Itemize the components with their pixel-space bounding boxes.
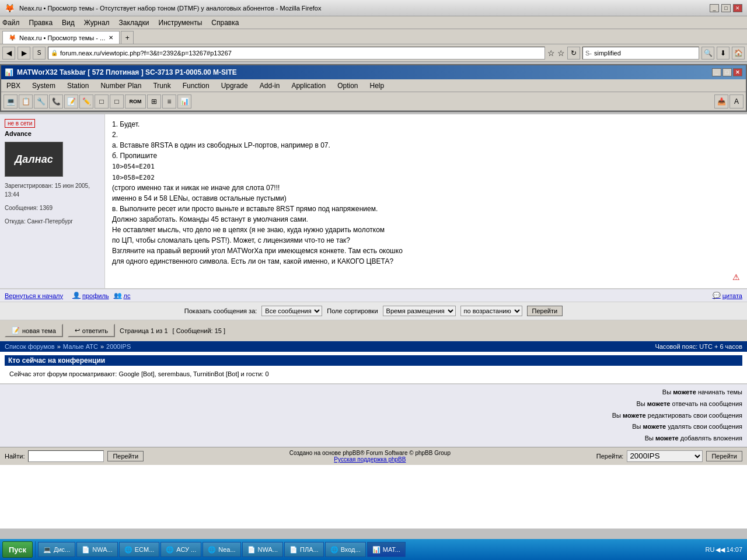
mat-menu-option[interactable]: Option xyxy=(336,81,359,90)
show-label: Показать сообщения за: xyxy=(184,307,257,314)
show-select[interactable]: Все сообщения xyxy=(261,306,322,316)
post-body-content: 1. Будет. 2. а. Вставьте 8RSTA в один из… xyxy=(105,114,747,288)
toolbar-btn-3[interactable]: 🔧 xyxy=(34,94,48,108)
perm-can-5: можете xyxy=(655,435,680,442)
browser-tab-1[interactable]: 🦊 Neax.ru • Просмотр темы - ... ✕ xyxy=(2,31,120,44)
sort-select[interactable]: Время размещения xyxy=(383,306,456,316)
toolbar-btn-1[interactable]: 💻 xyxy=(4,94,18,108)
nea-label: Nea... xyxy=(218,546,235,553)
matworx-window: 📊 MATWorX32 Taskbar [ 572 Плотиная ] SC-… xyxy=(0,64,747,112)
taskbar-item-nea[interactable]: 🌐 Nea... xyxy=(203,542,240,557)
perm-can-4: можете xyxy=(643,423,668,430)
restore-button[interactable]: □ xyxy=(721,4,731,12)
quote-link[interactable]: 💬 цитата xyxy=(713,292,742,299)
toolbar-btn-5[interactable]: 📝 xyxy=(64,94,78,108)
toolbar-btn-grid[interactable]: ⊞ xyxy=(147,94,161,108)
taskbar-item-nwa2[interactable]: 📄 NWA... xyxy=(242,542,283,557)
online-text: Сейчас этот форум просматривают: Google … xyxy=(9,370,269,377)
goto-go-btn[interactable]: Перейти xyxy=(706,451,742,461)
matworx-minimize[interactable]: _ xyxy=(712,68,721,76)
goto-select[interactable]: 2000IPS xyxy=(627,450,703,462)
asu-label: АСУ ... xyxy=(176,546,196,553)
mat-menu-pbx[interactable]: PBX xyxy=(5,81,22,90)
author-posts: Сообщения: 1369 xyxy=(5,204,100,212)
browser-title: Neax.ru • Просмотр темы - Отсутствует на… xyxy=(19,5,710,12)
new-tab-button[interactable]: + xyxy=(121,31,134,44)
perm-can-1: можете xyxy=(673,388,698,396)
toolbar-btn-lines[interactable]: ≡ xyxy=(162,94,176,108)
mat-menu-application[interactable]: Application xyxy=(289,81,327,90)
forward-button[interactable]: ▶ xyxy=(18,47,30,60)
mat-menu-number-plan[interactable]: Number Plan xyxy=(99,81,143,90)
taskbar-item-vhod[interactable]: 🌐 Вход... xyxy=(325,542,366,557)
reply-button[interactable]: ↩ ответить xyxy=(68,324,115,337)
menu-view[interactable]: Вид xyxy=(62,19,75,27)
toolbar-btn-right1[interactable]: 📥 xyxy=(714,94,728,108)
refresh-button[interactable]: S xyxy=(33,47,46,60)
menu-journal[interactable]: Журнал xyxy=(84,19,110,27)
toolbar-btn-chart[interactable]: 📊 xyxy=(177,94,191,108)
find-input[interactable] xyxy=(28,450,104,462)
perm-start-text: начинать темы xyxy=(698,388,742,396)
address-text: forum.neax.ru/viewtopic.php?f=3&t=2392&p… xyxy=(60,50,232,57)
nav-refresh-btn[interactable]: ↻ xyxy=(567,47,580,60)
menu-tools[interactable]: Инструменты xyxy=(159,19,203,27)
mat-menu-system[interactable]: System xyxy=(30,81,57,90)
toolbar-btn-6[interactable]: ✏️ xyxy=(79,94,93,108)
mat-menu-upgrade[interactable]: Upgrade xyxy=(219,81,250,90)
search-button[interactable]: 🔍 xyxy=(701,47,714,60)
breadcrumb-forums[interactable]: Список форумов xyxy=(5,343,55,350)
mat-menu-station[interactable]: Station xyxy=(65,81,90,90)
profile-link[interactable]: 👤 профиль xyxy=(72,292,109,299)
taskbar-item-asu[interactable]: 🌐 АСУ ... xyxy=(160,542,201,557)
matworx-restore[interactable]: □ xyxy=(722,68,732,76)
start-button[interactable]: Пуск xyxy=(2,541,33,558)
menu-help[interactable]: Справка xyxy=(211,19,239,27)
breadcrumb-small-atc[interactable]: Малые АТС xyxy=(63,343,98,350)
bookmark-star2[interactable]: ☆ xyxy=(557,48,565,58)
toolbar-btn-2[interactable]: 📋 xyxy=(19,94,33,108)
mat-menu-function[interactable]: Function xyxy=(181,81,211,90)
taskbar-item-nwa1[interactable]: 📄 NWA... xyxy=(76,542,117,557)
taskbar-item-mat[interactable]: 📊 МАТ... xyxy=(367,542,406,557)
nwa1-label: NWA... xyxy=(92,546,112,553)
pm-link[interactable]: 👥 лс xyxy=(114,292,131,299)
perm-you-4: Вы xyxy=(632,423,643,430)
permissions-bar: Вы можете начинать темы Вы можете отвеча… xyxy=(0,384,747,447)
breadcrumb-category[interactable]: 2000IPS xyxy=(106,343,131,350)
perm-attach-text: добавлять вложения xyxy=(680,435,742,442)
address-bar[interactable]: 🔒 forum.neax.ru/viewtopic.php?f=3&t=2392… xyxy=(48,47,545,60)
breadcrumb: Список форумов » Малые АТС » 2000IPS xyxy=(5,343,131,350)
download-button[interactable]: ⬇ xyxy=(717,47,729,60)
return-to-top-link[interactable]: Вернуться к началу xyxy=(5,292,63,299)
close-button[interactable]: ✕ xyxy=(733,4,742,12)
matworx-close[interactable]: ✕ xyxy=(733,68,742,76)
toolbar-btn-7[interactable]: □ xyxy=(95,94,109,108)
menu-edit[interactable]: Правка xyxy=(29,19,53,27)
toolbar-btn-right2[interactable]: A xyxy=(729,94,743,108)
taskbar-item-pla[interactable]: 📄 ПЛА... xyxy=(284,542,324,557)
toolbar-btn-4[interactable]: 📞 xyxy=(49,94,63,108)
toolbar-btn-8[interactable]: □ xyxy=(110,94,124,108)
menu-bookmarks[interactable]: Закладки xyxy=(119,19,149,27)
taskbar-item-ecm[interactable]: 🌐 ECM... xyxy=(119,542,160,557)
mat-label: МАТ... xyxy=(383,546,400,553)
taskbar-item-dis[interactable]: 💻 Диc... xyxy=(38,542,75,557)
taskbar: Пуск 💻 Диc... 📄 NWA... 🌐 ECM... 🌐 АСУ ..… xyxy=(0,539,747,560)
page-info: Страница 1 из 1 xyxy=(120,327,167,334)
new-topic-button[interactable]: 📝 новая тема xyxy=(5,324,63,337)
bookmark-star[interactable]: ☆ xyxy=(547,48,555,58)
toolbar-btn-rom[interactable]: ROM xyxy=(125,94,146,108)
mat-menu-add-in[interactable]: Add-in xyxy=(258,81,282,90)
menu-file[interactable]: Файл xyxy=(2,19,20,27)
mat-menu-trunk[interactable]: Trunk xyxy=(151,81,172,90)
back-button[interactable]: ◀ xyxy=(2,47,15,60)
find-go-btn[interactable]: Перейти xyxy=(107,451,144,461)
pagination-go-btn[interactable]: Перейти xyxy=(527,306,563,316)
tab-close-icon[interactable]: ✕ xyxy=(109,34,113,41)
order-select[interactable]: по возрастанию xyxy=(460,306,522,316)
minimize-button[interactable]: _ xyxy=(710,4,719,12)
mat-menu-help[interactable]: Help xyxy=(368,81,386,90)
home-button[interactable]: 🏠 xyxy=(732,47,745,60)
nav-bar: ◀ ▶ S 🔒 forum.neax.ru/viewtopic.php?f=3&… xyxy=(0,44,747,62)
